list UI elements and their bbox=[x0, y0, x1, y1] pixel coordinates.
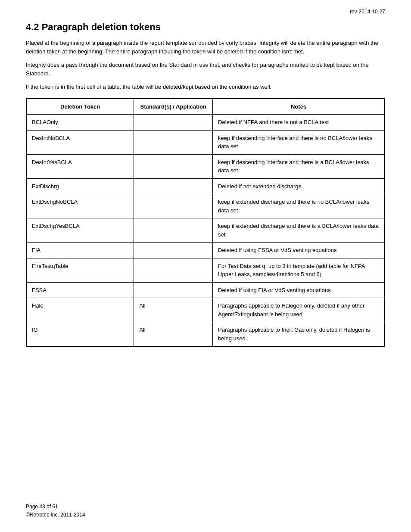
cell-standard bbox=[134, 194, 213, 218]
cell-standard: All bbox=[134, 298, 213, 322]
table-row: ExtDischrgDeleted if not extended discha… bbox=[27, 178, 385, 194]
cell-standard: All bbox=[134, 322, 213, 346]
cell-standard bbox=[134, 130, 213, 154]
cell-notes: For Test Data set q, up to 3 in template… bbox=[213, 258, 385, 282]
cell-notes: Deleted if NFPA and there is not a BCLA … bbox=[213, 115, 385, 131]
intro-paragraph-1: Placed at the beginning of a paragraph i… bbox=[26, 39, 385, 56]
table-row: FIADeleted if using FSSA or VdS venting … bbox=[27, 243, 385, 258]
cell-standard bbox=[134, 154, 213, 178]
cell-notes: Paragraphs applicable to Inert Gas only,… bbox=[213, 322, 385, 346]
table-row: HaloAllParagraphs applicable to Halogen … bbox=[27, 298, 385, 322]
cell-token: FireTestqTable bbox=[27, 258, 134, 282]
cell-notes: keep if extended discharge and there is … bbox=[213, 194, 385, 218]
cell-standard bbox=[134, 178, 213, 194]
col-header-notes: Notes bbox=[213, 99, 385, 115]
cell-notes: Deleted if using FIA or VdS venting equa… bbox=[213, 282, 385, 298]
cell-standard bbox=[134, 243, 213, 258]
cell-notes: keep if descending interface and there i… bbox=[213, 154, 385, 178]
table-row: DesIntNoBCLAkeep if descending interface… bbox=[27, 130, 385, 154]
cell-notes: Paragraphs applicable to Halogen only, d… bbox=[213, 298, 385, 322]
cell-token: FSSA bbox=[27, 282, 134, 298]
cell-standard bbox=[134, 258, 213, 282]
footer-copyright: ©Retrotec Inc. 2011-2014 bbox=[26, 511, 85, 519]
cell-token: FIA bbox=[27, 243, 134, 258]
deletion-tokens-table: Deletion Token Standard(s) / Application… bbox=[26, 98, 385, 347]
cell-token: DesIntNoBCLA bbox=[27, 130, 134, 154]
table-row: ExtDschgNoBCLAkeep if extended discharge… bbox=[27, 194, 385, 218]
cell-token: DesIntYesBCLA bbox=[27, 154, 134, 178]
page: rev-2014-10-27 4.2 Paragraph deletion to… bbox=[0, 0, 411, 532]
intro-paragraph-2: Integrity does a pass through the docume… bbox=[26, 61, 385, 78]
table-row: DesIntYesBCLAkeep if descending interfac… bbox=[27, 154, 385, 178]
cell-notes: Deleted if not extended discharge bbox=[213, 178, 385, 194]
intro-paragraph-3: If the token is in the first cell of a t… bbox=[26, 83, 385, 91]
table-row: IGAllParagraphs applicable to Inert Gas … bbox=[27, 322, 385, 346]
cell-token: ExtDschgYesBCLA bbox=[27, 218, 134, 243]
cell-standard bbox=[134, 282, 213, 298]
cell-token: IG bbox=[27, 322, 134, 346]
col-header-standard: Standard(s) / Application bbox=[134, 99, 213, 115]
table-row: FSSADeleted if using FIA or VdS venting … bbox=[27, 282, 385, 298]
table-row: BCLAOnlyDeleted if NFPA and there is not… bbox=[27, 115, 385, 131]
cell-token: Halo bbox=[27, 298, 134, 322]
section-title: 4.2 Paragraph deletion tokens bbox=[26, 22, 385, 33]
table-row: ExtDschgYesBCLAkeep if extended discharg… bbox=[27, 218, 385, 243]
cell-notes: keep if descending interface and there i… bbox=[213, 130, 385, 154]
cell-notes: keep if extended discharge and there is … bbox=[213, 218, 385, 243]
cell-standard bbox=[134, 218, 213, 243]
footer-page: Page 43 of 61 bbox=[26, 503, 85, 511]
cell-notes: Deleted if using FSSA or VdS venting equ… bbox=[213, 243, 385, 258]
cell-token: ExtDischrg bbox=[27, 178, 134, 194]
table-row: FireTestqTableFor Test Data set q, up to… bbox=[27, 258, 385, 282]
revision-tag: rev-2014-10-27 bbox=[350, 9, 385, 15]
cell-standard bbox=[134, 115, 213, 131]
col-header-token: Deletion Token bbox=[27, 99, 134, 115]
cell-token: ExtDschgNoBCLA bbox=[27, 194, 134, 218]
cell-token: BCLAOnly bbox=[27, 115, 134, 131]
footer: Page 43 of 61 ©Retrotec Inc. 2011-2014 bbox=[26, 503, 85, 519]
table-header-row: Deletion Token Standard(s) / Application… bbox=[27, 99, 385, 115]
